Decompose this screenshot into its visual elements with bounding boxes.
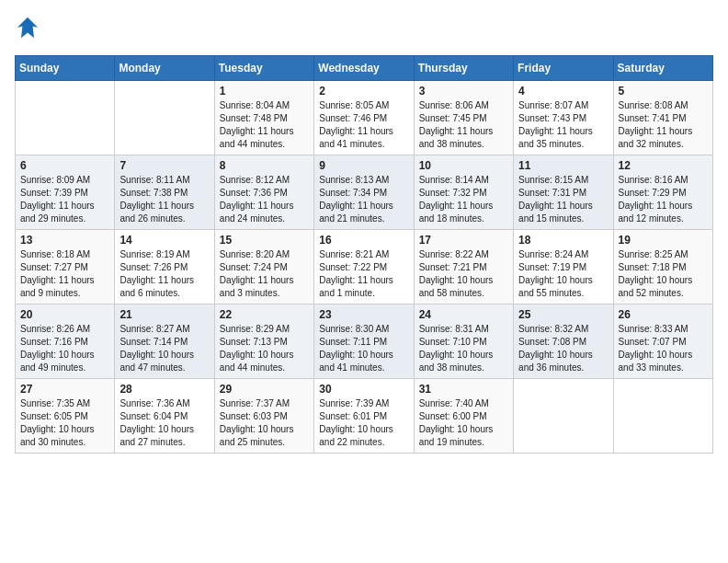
- day-info: Sunrise: 8:27 AMSunset: 7:14 PMDaylight:…: [119, 323, 209, 374]
- day-cell: 28Sunrise: 7:36 AMSunset: 6:04 PMDayligh…: [115, 379, 214, 454]
- day-number: 13: [20, 234, 109, 247]
- day-cell: [115, 81, 214, 155]
- weekday-header-thursday: Thursday: [414, 56, 513, 81]
- day-cell: 2Sunrise: 8:05 AMSunset: 7:46 PMDaylight…: [314, 81, 414, 155]
- day-number: 30: [319, 383, 408, 396]
- day-cell: 16Sunrise: 8:21 AMSunset: 7:22 PMDayligh…: [314, 230, 414, 304]
- day-number: 15: [220, 234, 309, 247]
- day-number: 7: [119, 159, 209, 172]
- day-info: Sunrise: 8:33 AMSunset: 7:07 PMDaylight:…: [619, 323, 708, 374]
- calendar-header: SundayMondayTuesdayWednesdayThursdayFrid…: [16, 56, 713, 81]
- day-cell: 23Sunrise: 8:30 AMSunset: 7:11 PMDayligh…: [314, 304, 414, 379]
- day-number: 12: [619, 159, 708, 172]
- day-cell: 18Sunrise: 8:24 AMSunset: 7:19 PMDayligh…: [514, 230, 613, 304]
- day-info: Sunrise: 8:12 AMSunset: 7:36 PMDaylight:…: [220, 174, 309, 225]
- day-number: 26: [619, 308, 708, 321]
- day-number: 28: [119, 383, 209, 396]
- day-number: 8: [220, 159, 309, 172]
- day-info: Sunrise: 8:05 AMSunset: 7:46 PMDaylight:…: [319, 99, 408, 151]
- day-info: Sunrise: 7:35 AMSunset: 6:05 PMDaylight:…: [20, 397, 109, 449]
- day-info: Sunrise: 8:18 AMSunset: 7:27 PMDaylight:…: [20, 248, 109, 300]
- day-number: 3: [419, 85, 508, 98]
- day-number: 6: [20, 159, 109, 172]
- day-cell: 31Sunrise: 7:40 AMSunset: 6:00 PMDayligh…: [414, 379, 513, 454]
- day-info: Sunrise: 7:40 AMSunset: 6:00 PMDaylight:…: [419, 397, 508, 449]
- day-number: 29: [220, 383, 309, 396]
- day-number: 17: [419, 234, 508, 247]
- day-cell: 6Sunrise: 8:09 AMSunset: 7:39 PMDaylight…: [16, 155, 115, 230]
- day-number: 10: [419, 159, 508, 172]
- day-number: 9: [319, 159, 408, 172]
- day-cell: [613, 379, 712, 454]
- weekday-header-saturday: Saturday: [613, 56, 712, 81]
- day-number: 21: [119, 308, 209, 321]
- day-cell: 19Sunrise: 8:25 AMSunset: 7:18 PMDayligh…: [613, 230, 712, 304]
- day-number: 23: [319, 308, 408, 321]
- day-info: Sunrise: 8:31 AMSunset: 7:10 PMDaylight:…: [419, 323, 508, 374]
- day-info: Sunrise: 8:25 AMSunset: 7:18 PMDaylight:…: [619, 248, 708, 300]
- day-info: Sunrise: 8:20 AMSunset: 7:24 PMDaylight:…: [220, 248, 309, 300]
- day-cell: 5Sunrise: 8:08 AMSunset: 7:41 PMDaylight…: [613, 81, 712, 155]
- day-info: Sunrise: 8:08 AMSunset: 7:41 PMDaylight:…: [619, 99, 708, 151]
- day-cell: 13Sunrise: 8:18 AMSunset: 7:27 PMDayligh…: [16, 230, 115, 304]
- day-cell: 14Sunrise: 8:19 AMSunset: 7:26 PMDayligh…: [115, 230, 214, 304]
- day-cell: 15Sunrise: 8:20 AMSunset: 7:24 PMDayligh…: [214, 230, 313, 304]
- day-info: Sunrise: 8:22 AMSunset: 7:21 PMDaylight:…: [419, 248, 508, 300]
- day-info: Sunrise: 8:14 AMSunset: 7:32 PMDaylight:…: [419, 174, 508, 225]
- week-row-5: 27Sunrise: 7:35 AMSunset: 6:05 PMDayligh…: [16, 379, 713, 454]
- day-cell: 22Sunrise: 8:29 AMSunset: 7:13 PMDayligh…: [214, 304, 313, 379]
- week-row-2: 6Sunrise: 8:09 AMSunset: 7:39 PMDaylight…: [16, 155, 713, 230]
- day-info: Sunrise: 8:06 AMSunset: 7:45 PMDaylight:…: [419, 99, 508, 151]
- day-info: Sunrise: 8:21 AMSunset: 7:22 PMDaylight:…: [319, 248, 408, 300]
- day-number: 16: [319, 234, 408, 247]
- day-info: Sunrise: 8:29 AMSunset: 7:13 PMDaylight:…: [220, 323, 309, 374]
- day-info: Sunrise: 8:04 AMSunset: 7:48 PMDaylight:…: [220, 99, 309, 151]
- day-number: 31: [419, 383, 508, 396]
- day-number: 2: [319, 85, 408, 98]
- week-row-4: 20Sunrise: 8:26 AMSunset: 7:16 PMDayligh…: [16, 304, 713, 379]
- day-cell: 24Sunrise: 8:31 AMSunset: 7:10 PMDayligh…: [414, 304, 513, 379]
- day-cell: 25Sunrise: 8:32 AMSunset: 7:08 PMDayligh…: [514, 304, 613, 379]
- day-info: Sunrise: 8:11 AMSunset: 7:38 PMDaylight:…: [119, 174, 209, 225]
- day-number: 11: [518, 159, 608, 172]
- weekday-header-monday: Monday: [115, 56, 214, 81]
- day-cell: 10Sunrise: 8:14 AMSunset: 7:32 PMDayligh…: [414, 155, 513, 230]
- day-number: 1: [220, 85, 309, 98]
- day-number: 25: [518, 308, 608, 321]
- page-header: [15, 15, 713, 44]
- day-cell: 8Sunrise: 8:12 AMSunset: 7:36 PMDaylight…: [214, 155, 313, 230]
- day-cell: 11Sunrise: 8:15 AMSunset: 7:31 PMDayligh…: [514, 155, 613, 230]
- calendar-body: 1Sunrise: 8:04 AMSunset: 7:48 PMDaylight…: [16, 81, 713, 454]
- day-cell: 1Sunrise: 8:04 AMSunset: 7:48 PMDaylight…: [214, 81, 313, 155]
- day-number: 20: [20, 308, 109, 321]
- day-cell: 9Sunrise: 8:13 AMSunset: 7:34 PMDaylight…: [314, 155, 414, 230]
- day-cell: 21Sunrise: 8:27 AMSunset: 7:14 PMDayligh…: [115, 304, 214, 379]
- day-info: Sunrise: 8:32 AMSunset: 7:08 PMDaylight:…: [518, 323, 608, 374]
- day-cell: 30Sunrise: 7:39 AMSunset: 6:01 PMDayligh…: [314, 379, 414, 454]
- day-info: Sunrise: 8:09 AMSunset: 7:39 PMDaylight:…: [20, 174, 109, 225]
- day-info: Sunrise: 7:36 AMSunset: 6:04 PMDaylight:…: [119, 397, 209, 449]
- week-row-1: 1Sunrise: 8:04 AMSunset: 7:48 PMDaylight…: [16, 81, 713, 155]
- day-cell: [514, 379, 613, 454]
- week-row-3: 13Sunrise: 8:18 AMSunset: 7:27 PMDayligh…: [16, 230, 713, 304]
- day-cell: 3Sunrise: 8:06 AMSunset: 7:45 PMDaylight…: [414, 81, 513, 155]
- calendar-table: SundayMondayTuesdayWednesdayThursdayFrid…: [15, 55, 713, 454]
- weekday-header-friday: Friday: [514, 56, 613, 81]
- day-cell: 12Sunrise: 8:16 AMSunset: 7:29 PMDayligh…: [613, 155, 712, 230]
- day-info: Sunrise: 8:07 AMSunset: 7:43 PMDaylight:…: [518, 99, 608, 151]
- day-info: Sunrise: 8:30 AMSunset: 7:11 PMDaylight:…: [319, 323, 408, 374]
- day-number: 27: [20, 383, 109, 396]
- weekday-header-sunday: Sunday: [16, 56, 115, 81]
- day-number: 4: [518, 85, 608, 98]
- day-info: Sunrise: 7:37 AMSunset: 6:03 PMDaylight:…: [220, 397, 309, 449]
- day-cell: 27Sunrise: 7:35 AMSunset: 6:05 PMDayligh…: [16, 379, 115, 454]
- day-number: 24: [419, 308, 508, 321]
- day-cell: [16, 81, 115, 155]
- day-cell: 29Sunrise: 7:37 AMSunset: 6:03 PMDayligh…: [214, 379, 313, 454]
- logo-bird-icon: [15, 15, 40, 40]
- day-info: Sunrise: 8:19 AMSunset: 7:26 PMDaylight:…: [119, 248, 209, 300]
- day-info: Sunrise: 8:26 AMSunset: 7:16 PMDaylight:…: [20, 323, 109, 374]
- day-info: Sunrise: 7:39 AMSunset: 6:01 PMDaylight:…: [319, 397, 408, 449]
- day-number: 5: [619, 85, 708, 98]
- day-info: Sunrise: 8:15 AMSunset: 7:31 PMDaylight:…: [518, 174, 608, 225]
